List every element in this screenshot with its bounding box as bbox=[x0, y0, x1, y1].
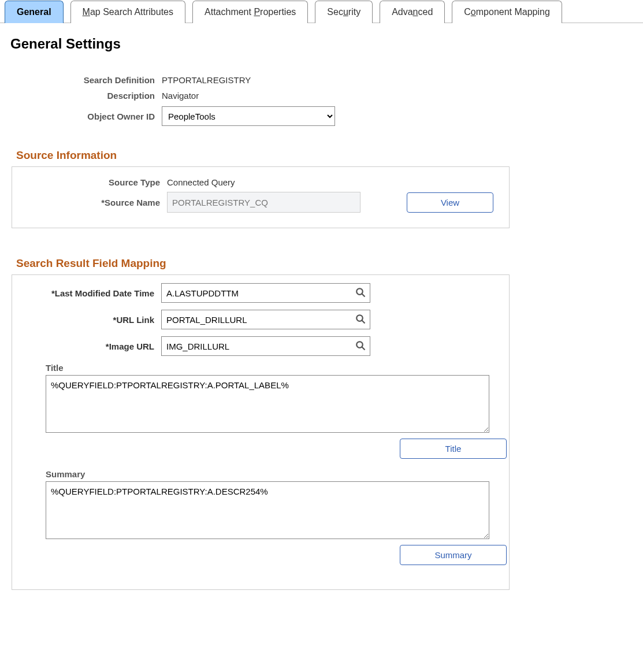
description-label: Description bbox=[12, 91, 162, 101]
summary-button[interactable]: Summary bbox=[400, 545, 507, 565]
owner-id-select[interactable]: PeopleTools bbox=[162, 106, 335, 126]
mapping-title: Search Result Field Mapping bbox=[16, 257, 631, 270]
source-info-title: Source Information bbox=[16, 149, 631, 162]
general-fields: Search Definition PTPORTALREGISTRY Descr… bbox=[12, 75, 631, 126]
mapping-section: *Last Modified Date Time *URL Link *Imag… bbox=[12, 274, 510, 590]
tab-map-search-attributes[interactable]: Map Search Attributes bbox=[70, 1, 185, 23]
page-title: General Settings bbox=[10, 36, 643, 52]
source-name-input[interactable] bbox=[167, 192, 360, 213]
tab-bar: General Map Search Attributes Attachment… bbox=[0, 0, 643, 23]
owner-id-label: Object Owner ID bbox=[12, 112, 162, 121]
summary-textarea[interactable] bbox=[46, 481, 489, 539]
content-area: Search Definition PTPORTALREGISTRY Descr… bbox=[0, 75, 643, 642]
title-textarea[interactable] bbox=[46, 375, 489, 433]
search-definition-value: PTPORTALREGISTRY bbox=[162, 75, 251, 85]
tab-general[interactable]: General bbox=[5, 1, 64, 23]
tab-advanced[interactable]: Advanced bbox=[380, 1, 445, 23]
tab-attachment-properties[interactable]: Attachment Properties bbox=[192, 1, 308, 23]
search-definition-label: Search Definition bbox=[12, 75, 162, 85]
view-button[interactable]: View bbox=[407, 192, 493, 213]
source-info-section: Source Type Connected Query *Source Name… bbox=[12, 166, 510, 228]
image-url-label: *Image URL bbox=[17, 341, 161, 351]
tab-component-mapping[interactable]: Component Mapping bbox=[452, 1, 562, 23]
source-type-label: Source Type bbox=[24, 177, 167, 187]
url-link-label: *URL Link bbox=[17, 315, 161, 325]
lastmod-label: *Last Modified Date Time bbox=[17, 288, 161, 298]
description-value: Navigator bbox=[162, 91, 199, 101]
lastmod-input[interactable] bbox=[161, 283, 370, 303]
summary-label: Summary bbox=[46, 469, 497, 479]
url-link-input[interactable] bbox=[161, 310, 370, 329]
image-url-input[interactable] bbox=[161, 336, 370, 356]
source-name-label: *Source Name bbox=[24, 198, 167, 207]
tab-security[interactable]: Security bbox=[315, 1, 373, 23]
title-button[interactable]: Title bbox=[400, 439, 507, 459]
title-label: Title bbox=[46, 363, 497, 373]
source-type-value: Connected Query bbox=[167, 177, 235, 187]
